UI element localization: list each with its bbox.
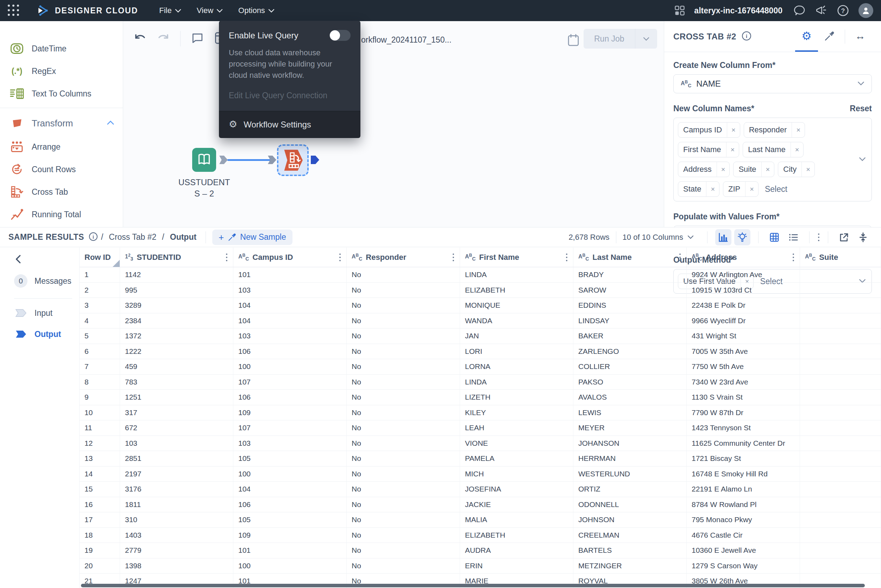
announcements-icon[interactable] <box>815 4 827 16</box>
chip-remove-icon[interactable]: × <box>706 182 719 196</box>
tab-output[interactable]: Output <box>14 329 79 339</box>
run-job-dropdown[interactable] <box>635 29 657 49</box>
workflow-settings-item[interactable]: ⚙ Workflow Settings <box>219 111 360 138</box>
menu-options[interactable]: Options <box>238 6 274 15</box>
edit-live-query-connection[interactable]: Edit Live Query Connection <box>229 91 351 100</box>
chip-zip[interactable]: ZIP× <box>723 182 758 197</box>
app-grid-icon[interactable] <box>8 4 20 16</box>
table-cell: MICH <box>460 466 573 482</box>
chip-remove-icon[interactable]: × <box>727 123 740 137</box>
table-cell: No <box>347 359 460 374</box>
chip-responder[interactable]: Responder× <box>744 122 805 138</box>
sidebar-item-count-rows[interactable]: Count Rows <box>0 158 123 181</box>
workflow-name[interactable]: orkflow_20241107_150... <box>361 35 452 45</box>
open-in-new-button[interactable] <box>836 229 852 245</box>
menu-file[interactable]: File <box>159 6 181 15</box>
collapse-panel-button[interactable] <box>855 229 871 245</box>
new-sample-button[interactable]: + New Sample <box>212 230 292 245</box>
schedule-calendar-icon[interactable] <box>567 34 579 48</box>
node-label-line2: S – 2 <box>165 188 243 199</box>
create-new-column-select[interactable]: ABC NAME <box>673 74 872 93</box>
sidebar-item-transform[interactable]: Transform <box>0 111 123 135</box>
run-job-button[interactable]: Run Job <box>584 29 657 49</box>
results-table: Row ID123STUDENTIDABCCampus IDABCRespond… <box>79 248 881 588</box>
cross-tab-node-selected[interactable] <box>277 144 309 176</box>
column-header-address[interactable]: ABCAddress <box>687 248 800 267</box>
workspace-name[interactable]: alteryx-inc-1676448000 <box>694 6 782 15</box>
chip-address[interactable]: Address× <box>678 162 730 177</box>
chip-last-name[interactable]: Last Name× <box>743 142 803 158</box>
redo-icon[interactable] <box>157 33 170 45</box>
column-header-last-name[interactable]: ABCLast Name <box>573 248 687 267</box>
chip-remove-icon[interactable]: × <box>802 162 815 177</box>
sidebar-item-label: Text To Columns <box>31 89 91 99</box>
list-view-toggle[interactable] <box>785 229 802 245</box>
column-header-suite[interactable]: ABCSuite <box>800 248 881 267</box>
comment-icon[interactable] <box>191 32 204 45</box>
chip-suite[interactable]: Suite× <box>733 162 775 177</box>
grid-view-toggle[interactable] <box>766 229 782 245</box>
column-header-first-name[interactable]: ABCFirst Name <box>460 248 573 267</box>
sidebar-item-cross-tab[interactable]: Cross Tab <box>0 181 123 203</box>
table-cell: 1130 S Vrain St <box>687 390 800 405</box>
user-avatar[interactable] <box>859 3 873 18</box>
table-cell <box>800 267 881 282</box>
expand-panel-button[interactable]: ↔ <box>849 21 872 52</box>
column-menu-kebab[interactable] <box>451 251 456 263</box>
chip-campus-id[interactable]: Campus ID× <box>678 122 740 138</box>
column-menu-kebab[interactable] <box>677 251 683 263</box>
table-cell: JOSEFINA <box>460 482 573 497</box>
collapse-rail-icon[interactable] <box>14 255 22 265</box>
sidebar-item-running-total[interactable]: Running Total <box>0 203 123 226</box>
info-icon[interactable]: i <box>88 232 98 243</box>
chevron-up-icon[interactable] <box>106 120 114 126</box>
profile-chart-toggle[interactable] <box>715 229 731 245</box>
undo-icon[interactable] <box>134 33 147 45</box>
chip-first-name[interactable]: First Name× <box>678 142 739 158</box>
chat-icon[interactable] <box>794 4 806 16</box>
chip-remove-icon[interactable]: × <box>726 142 739 157</box>
sidebar-item-arrange[interactable]: Arrange <box>0 135 123 158</box>
suggestions-toggle[interactable] <box>734 229 751 245</box>
workflow-canvas[interactable]: orkflow_20241107_150... Run Job USSTUDEN… <box>123 21 664 227</box>
help-icon[interactable]: ? <box>837 4 850 17</box>
column-header-studentid[interactable]: 123STUDENTID <box>120 248 233 267</box>
sidebar-item-text-to-columns[interactable]: Text To Columns <box>0 82 123 105</box>
tab-messages[interactable]: 0 Messages <box>14 274 79 288</box>
dataset-node-usstudent[interactable] <box>192 148 216 172</box>
column-menu-kebab[interactable] <box>791 251 796 263</box>
live-query-toggle[interactable] <box>330 30 351 41</box>
column-header-campus-id[interactable]: ABCCampus ID <box>233 248 347 267</box>
divider <box>616 231 616 243</box>
reset-button[interactable]: Reset <box>850 104 872 113</box>
sidebar-item-regex[interactable]: (.*)RegEx <box>0 60 123 82</box>
breadcrumb-step[interactable]: Cross Tab #2 <box>109 232 156 242</box>
column-menu-kebab[interactable] <box>564 251 569 263</box>
menu-view[interactable]: View <box>197 6 223 15</box>
column-menu-kebab[interactable] <box>224 251 229 263</box>
chip-city[interactable]: City× <box>778 162 815 177</box>
table-cell: 14 <box>79 466 120 482</box>
column-header-row-id[interactable]: Row ID <box>79 248 120 267</box>
chip-remove-icon[interactable]: × <box>792 123 805 137</box>
column-menu-kebab[interactable] <box>337 251 343 263</box>
chip-remove-icon[interactable]: × <box>745 182 758 196</box>
chip-remove-icon[interactable]: × <box>717 162 730 177</box>
sidebar-item-datetime[interactable]: DateTime <box>0 38 123 60</box>
column-header-responder[interactable]: ABCResponder <box>347 248 460 267</box>
chip-remove-icon[interactable]: × <box>761 162 775 177</box>
chip-remove-icon[interactable]: × <box>791 142 803 157</box>
tab-settings[interactable]: ⚙ <box>795 21 818 52</box>
table-row: 153176104NoJOSEFINAORTIZ22191 E Alamo Ln <box>79 482 881 497</box>
more-options-kebab[interactable] <box>816 231 821 243</box>
horizontal-scrollbar[interactable] <box>81 584 865 587</box>
tab-sample-picker[interactable] <box>818 21 841 52</box>
table-cell: 317 <box>120 405 233 420</box>
info-icon[interactable]: i <box>741 31 752 43</box>
tab-input[interactable]: Input <box>14 308 79 318</box>
chip-state[interactable]: State× <box>678 182 719 197</box>
table-cell: ELIZABETH <box>460 283 573 298</box>
new-column-names-multiselect[interactable]: Campus ID×Responder×First Name×Last Name… <box>673 118 872 201</box>
columns-count[interactable]: 10 of 10 Columns <box>623 233 683 242</box>
menu-options-label: Options <box>238 6 265 15</box>
